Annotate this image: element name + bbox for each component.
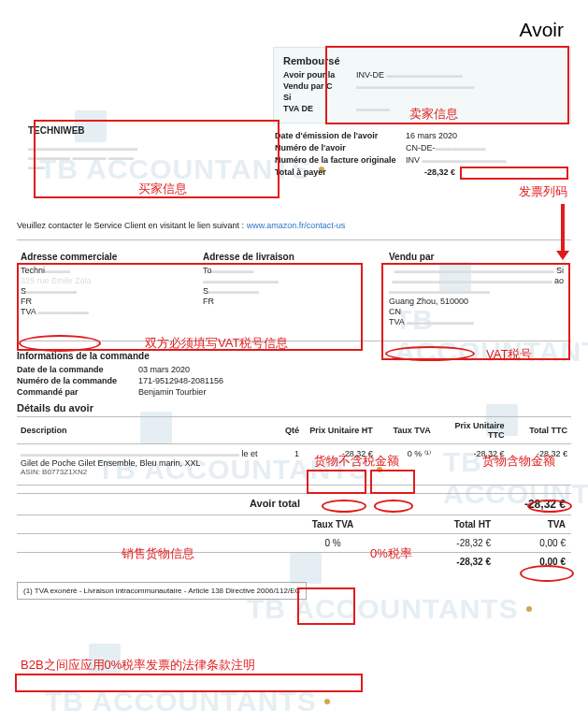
numero-facture-value: INV [406, 155, 420, 165]
document-title: Avoir [17, 19, 564, 41]
buyer-name: TECHNIWEB [28, 125, 249, 136]
avoir-pour-label: Avoir pour la [283, 70, 356, 80]
avoir-pour-value: INV-DE [356, 70, 384, 80]
numero-avoir-value: CN-DE- [406, 143, 436, 152]
vendu-par-box: Vendu par ▬▬▬▬▬▬▬▬▬▬▬▬▬▬▬▬▬▬▬ Si ▬▬▬▬▬▬▬… [381, 246, 571, 337]
order-info: Informations de la commande Date de la c… [17, 351, 571, 397]
tva-label-vendu: TVA [389, 317, 404, 326]
watermark: TB ACCOUNTANTS [45, 686, 330, 718]
si-label: Si [283, 93, 356, 102]
date-emission-value: 16 mars 2020 [406, 131, 457, 140]
rembourse-box: Remboursé Avoir pour laINV-DE ▬▬▬▬▬▬▬▬▬ … [273, 47, 571, 123]
vendu-par-label: Vendu par C [283, 81, 356, 91]
item-prix-ht: -28,32 € [303, 444, 377, 482]
numero-avoir-label: Numéro de l'avoir [275, 143, 406, 152]
total-a-payer-label: Total à payer [275, 167, 406, 177]
footnote: (1) TVA exonéré - Livraison intracommuna… [17, 582, 307, 600]
item-taux-tva: 0 % ⁽¹⁾ [377, 444, 435, 482]
tva-de-label: TVA DE [283, 104, 356, 113]
adresse-commerciale: Adresse commerciale Techni▬▬▬ 325 rue Em… [17, 246, 199, 337]
total-taux-0: 0 % [244, 534, 422, 552]
details-avoir: Détails du avoir Description Qté Prix Un… [17, 402, 571, 486]
buyer-line-3: ▬▬ [28, 162, 249, 171]
invoice-meta: Date d'émission de l'avoir16 mars 2020 N… [273, 131, 571, 177]
buyer-line-2: ▬▬▬▬▬ ▬▬▬▬ ▬▬▬ [28, 152, 249, 162]
table-row: ▬▬▬▬▬▬▬▬▬▬▬▬▬▬▬▬▬▬▬▬▬▬▬▬▬▬ le et Gilet d… [17, 444, 571, 482]
buyer-line-1: ▬▬▬▬▬▬▬▬▬▬▬▬▬ [28, 143, 249, 152]
item-total-ttc: -28,32 € [508, 444, 571, 482]
rembourse-heading: Remboursé [283, 55, 561, 66]
numero-facture-label: Numéro de la facture originale [275, 155, 406, 165]
totals: Avoir total-28,32 € Taux TVATotal HTTVA … [17, 493, 571, 571]
red-arrow-down-icon [561, 204, 565, 253]
tva-label-comm: TVA [21, 307, 36, 316]
total-a-payer-value: -28,32 € [424, 167, 455, 177]
contact-line: Veuillez contacter le Service Client en … [17, 221, 571, 230]
date-emission-label: Date d'émission de l'avoir [275, 131, 406, 140]
adresse-livraison: Adresse de livraison To▬▬▬▬▬ ▬▬▬▬▬▬▬▬▬ S… [199, 246, 381, 337]
annot-b2b-text: B2B之间应应用0%税率发票的法律条款注明 [21, 657, 255, 674]
avoir-total-value: -28,32 € [496, 494, 571, 515]
buyer-box: TECHNIWEB ▬▬▬▬▬▬▬▬▬▬▬▬▬ ▬▬▬▬▬ ▬▬▬▬ ▬▬▬ ▬… [17, 116, 260, 200]
contact-link[interactable]: www.amazon.fr/contact-us [247, 221, 346, 230]
annot-footnote-box [15, 674, 363, 692]
